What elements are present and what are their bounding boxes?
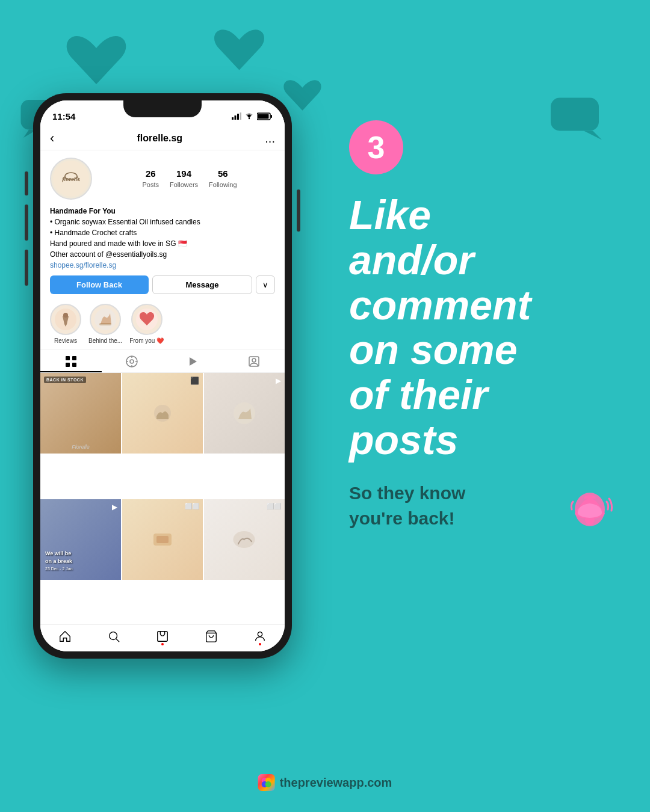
break-text-overlay: We will beon a break23 Dec - 2 Jan	[45, 550, 73, 573]
bottom-branding: thepreviewapp.com	[258, 774, 392, 791]
svg-rect-6	[237, 114, 239, 120]
main-text-line1: Like	[349, 192, 431, 238]
search-icon	[107, 630, 120, 643]
phone-mockup: 11:54	[33, 93, 292, 683]
svg-point-40	[109, 632, 117, 640]
grid-icon	[65, 355, 77, 368]
nav-profile[interactable]	[236, 630, 285, 643]
back-button[interactable]: ‹	[50, 131, 54, 146]
svg-point-51	[265, 781, 271, 787]
profile-nav-icon	[253, 630, 267, 643]
multi-indicator-6: ⬜⬜	[267, 503, 281, 509]
follow-back-button[interactable]: Follow Back	[50, 275, 149, 294]
grid-image-3	[232, 401, 256, 425]
svg-rect-5	[235, 115, 237, 120]
grid-item-3[interactable]: ▶	[204, 373, 285, 454]
following-count: 56	[209, 168, 237, 179]
svg-point-18	[63, 313, 68, 318]
ig-header: ‹ florelle.sg ...	[40, 127, 285, 150]
tab-grid[interactable]	[40, 349, 102, 372]
nav-home[interactable]	[40, 630, 89, 643]
reels-icon	[126, 355, 138, 368]
nav-shop-dot	[161, 643, 164, 645]
tagged-icon	[248, 355, 260, 368]
video-indicator-4: ▶	[112, 503, 117, 511]
svg-rect-20	[99, 323, 111, 325]
video-indicator-3: ▶	[276, 377, 281, 385]
svg-rect-10	[271, 115, 273, 118]
bio-link[interactable]: shopee.sg/florelle.sg	[50, 261, 116, 269]
step-circle: 3	[349, 120, 403, 174]
svg-point-34	[252, 358, 256, 362]
status-time: 11:54	[52, 111, 75, 121]
grid-item-2[interactable]: ⬛	[122, 373, 203, 454]
grid-item-4[interactable]: ▶ We will beon a break23 Dec - 2 Jan	[40, 499, 121, 580]
highlight-from-you[interactable]: From you ❤️	[129, 304, 164, 344]
multi-indicator-5: ⬜⬜	[185, 503, 199, 509]
main-text-line6: posts	[349, 417, 458, 463]
profile-stats: 26 Posts 194 Followers 56 Following	[104, 168, 275, 189]
nav-search[interactable]	[89, 630, 138, 643]
brand-logo	[258, 774, 275, 791]
svg-rect-4	[232, 117, 234, 120]
followers-label: Followers	[170, 181, 198, 188]
highlight-circle-behind	[90, 304, 121, 335]
svg-point-27	[130, 360, 134, 363]
more-options-button[interactable]: ∨	[256, 275, 275, 294]
highlights-section: Reviews Behind the...	[40, 299, 285, 349]
right-panel: 3 Like and/or comment on some of their p…	[349, 120, 614, 543]
highlight-circle-reviews	[50, 304, 81, 335]
highlight-label-behind: Behind the...	[88, 337, 122, 344]
posts-label: Posts	[142, 181, 159, 188]
tab-reels[interactable]	[102, 349, 163, 372]
tab-video[interactable]	[162, 349, 224, 372]
signal-icon	[232, 112, 241, 120]
message-button[interactable]: Message	[152, 275, 252, 294]
post-grid: BACK IN STOCK Florelle ⬛ ▶	[40, 373, 285, 624]
main-text-line4: on some	[349, 327, 518, 372]
highlight-circle-from-you	[131, 304, 162, 335]
svg-rect-24	[66, 363, 70, 367]
main-text-line5: of their	[349, 372, 488, 417]
more-button[interactable]: ...	[265, 132, 275, 146]
nav-shop[interactable]	[138, 630, 187, 643]
stat-followers: 194 Followers	[170, 168, 198, 189]
svg-point-44	[258, 632, 262, 636]
status-icons	[232, 112, 273, 120]
svg-rect-25	[72, 363, 76, 367]
svg-line-41	[116, 639, 119, 642]
highlight-label-from-you: From you ❤️	[129, 337, 164, 344]
grid-item-6[interactable]: ⬜⬜	[204, 499, 285, 580]
brand-watermark: Florelle	[40, 444, 121, 450]
grid-item-5[interactable]: ⬜⬜	[122, 499, 203, 580]
tab-tagged[interactable]	[224, 349, 285, 372]
preview-logo-icon	[261, 777, 273, 789]
highlight-label-reviews: Reviews	[54, 337, 77, 344]
main-text-line2: and/or	[349, 237, 474, 283]
svg-rect-11	[258, 114, 269, 118]
following-label: Following	[209, 181, 237, 188]
nav-bag[interactable]	[187, 630, 236, 643]
highlight-reviews[interactable]: Reviews	[50, 304, 81, 344]
wifi-icon	[244, 112, 254, 120]
instagram-screen: 11:54	[40, 100, 285, 651]
highlight-behind[interactable]: Behind the...	[88, 304, 122, 344]
grid-image-6	[231, 527, 258, 552]
svg-marker-32	[190, 357, 197, 366]
bottom-navigation	[40, 624, 285, 651]
svg-rect-7	[240, 112, 242, 120]
nav-profile-dot	[259, 643, 261, 645]
bell-icon	[566, 487, 614, 537]
main-instructional-text: Like and/or comment on some of their pos…	[349, 192, 614, 463]
svg-rect-42	[158, 632, 168, 642]
stat-posts: 26 Posts	[142, 168, 159, 189]
step-number: 3	[368, 129, 385, 165]
back-in-stock-label: BACK IN STOCK	[44, 377, 86, 383]
profile-bio: Handmade For You • Organic soywax Essent…	[50, 206, 275, 271]
svg-point-8	[249, 118, 250, 119]
grid-item-1[interactable]: BACK IN STOCK Florelle	[40, 373, 121, 454]
svg-rect-23	[72, 356, 76, 360]
sub-text-line2: you're back!	[349, 508, 455, 528]
video-icon	[187, 355, 199, 368]
heart-decoration-2	[214, 29, 264, 70]
